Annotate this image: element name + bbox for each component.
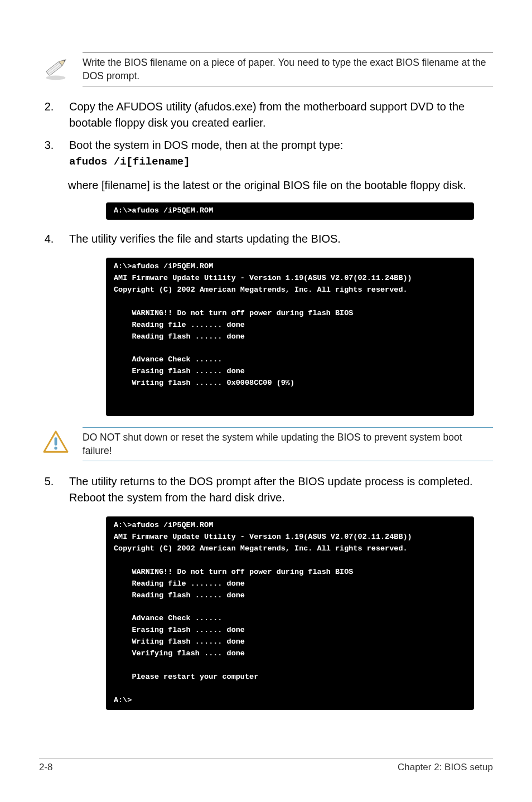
svg-point-0 xyxy=(46,76,66,80)
step-3-text: Boot the system in DOS mode, then at the… xyxy=(69,139,343,151)
terminal-1: A:\>afudos /iP5QEM.ROM xyxy=(106,202,474,220)
svg-rect-1 xyxy=(46,61,62,75)
step-4-text: The utility verifies the file and starts… xyxy=(69,233,341,245)
step-3-command: afudos /i[filename] xyxy=(69,156,190,168)
pencil-icon xyxy=(39,52,72,81)
terminal-3: A:\>afudos /iP5QEM.ROM AMI Firmware Upda… xyxy=(106,516,474,710)
steps-list: Copy the AFUDOS utility (afudos.exe) fro… xyxy=(39,99,493,170)
step-2-text: Copy the AFUDOS utility (afudos.exe) fro… xyxy=(69,100,465,128)
step-5-text: The utility returns to the DOS prompt af… xyxy=(69,475,473,503)
step-3-sub: where [filename] is the latest or the or… xyxy=(68,177,493,193)
step-4: The utility verifies the file and starts… xyxy=(57,231,493,247)
terminal-2: A:\>afudos /iP5QEM.ROM AMI Firmware Upda… xyxy=(106,258,474,416)
note-warning-text: DO NOT shut down or reset the system whi… xyxy=(83,427,493,461)
svg-point-8 xyxy=(54,447,57,450)
svg-rect-7 xyxy=(55,437,57,445)
step-5: The utility returns to the DOS prompt af… xyxy=(57,474,493,505)
step-2: Copy the AFUDOS utility (afudos.exe) fro… xyxy=(57,99,493,131)
steps-list-4: The utility verifies the file and starts… xyxy=(39,231,493,247)
note-pencil-text: Write the BIOS filename on a piece of pa… xyxy=(83,52,493,86)
footer-page-number: 2-8 xyxy=(39,762,53,773)
step-3: Boot the system in DOS mode, then at the… xyxy=(57,137,493,170)
warning-icon xyxy=(39,427,72,454)
steps-list-5: The utility returns to the DOS prompt af… xyxy=(39,474,493,505)
footer-chapter: Chapter 2: BIOS setup xyxy=(398,762,493,773)
page-footer: 2-8 Chapter 2: BIOS setup xyxy=(39,758,493,773)
note-pencil-row: Write the BIOS filename on a piece of pa… xyxy=(39,52,493,86)
note-warning-row: DO NOT shut down or reset the system whi… xyxy=(39,427,493,461)
